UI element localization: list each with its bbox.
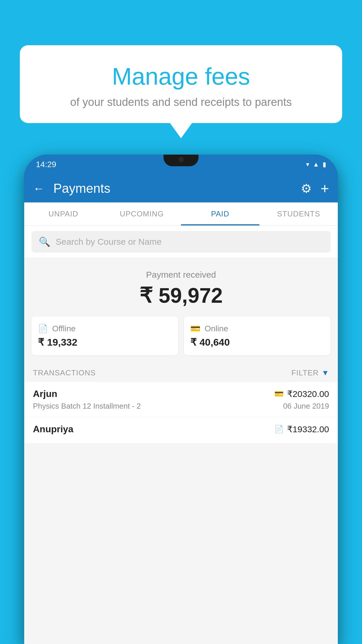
payment-type-icon: 💳 — [274, 389, 284, 398]
offline-label: Offline — [52, 324, 75, 333]
online-amount: ₹ 40,640 — [190, 336, 324, 348]
online-icon: 💳 — [190, 324, 201, 333]
payment-received-label: Payment received — [33, 270, 329, 280]
transaction-name: Arjun — [33, 388, 57, 399]
bubble-subtitle: of your students and send receipts to pa… — [34, 96, 328, 108]
app-header: ← Payments ⚙ + — [24, 174, 338, 202]
online-card: 💳 Online ₹ 40,640 — [184, 316, 331, 355]
phone-screen: UNPAID UPCOMING PAID STUDENTS 🔍 Search b… — [24, 202, 338, 644]
filter-label: FILTER — [291, 368, 319, 377]
tab-unpaid[interactable]: UNPAID — [24, 202, 103, 225]
transaction-date: 06 June 2019 — [283, 402, 329, 411]
phone-frame: 14:29 ▾ ▲ ▮ ← Payments ⚙ + UNPAID UPCOMI… — [24, 155, 338, 644]
transaction-row[interactable]: Anupriya 📄 ₹19332.00 — [24, 417, 338, 444]
filter-icon: ▼ — [321, 368, 329, 377]
tabs-bar: UNPAID UPCOMING PAID STUDENTS — [24, 202, 338, 226]
bubble-title: Manage fees — [34, 63, 328, 90]
settings-icon[interactable]: ⚙ — [301, 181, 312, 196]
payment-received-section: Payment received ₹ 59,972 — [24, 258, 338, 316]
filter-container[interactable]: FILTER ▼ — [291, 368, 329, 377]
search-bar[interactable]: 🔍 Search by Course or Name — [31, 231, 331, 253]
transaction-amount: ₹19332.00 — [287, 424, 329, 434]
camera — [178, 157, 184, 162]
wifi-icon: ▾ — [306, 161, 309, 168]
transactions-label: TRANSACTIONS — [33, 368, 96, 377]
transaction-name: Anupriya — [33, 424, 73, 435]
status-icons: ▾ ▲ ▮ — [306, 161, 326, 168]
tab-upcoming[interactable]: UPCOMING — [103, 202, 181, 225]
signal-icon: ▲ — [313, 161, 319, 168]
offline-icon: 📄 — [38, 324, 48, 333]
offline-card: 📄 Offline ₹ 19,332 — [31, 316, 178, 355]
transaction-list: Arjun 💳 ₹20320.00 Physics Batch 12 Insta… — [24, 382, 338, 444]
status-bar: 14:29 ▾ ▲ ▮ — [24, 155, 338, 174]
battery-icon: ▮ — [323, 161, 326, 168]
add-button[interactable]: + — [321, 180, 329, 197]
offline-amount: ₹ 19,332 — [38, 336, 172, 348]
page-title: Payments — [53, 181, 292, 196]
tab-students[interactable]: STUDENTS — [259, 202, 338, 225]
transaction-row[interactable]: Arjun 💳 ₹20320.00 Physics Batch 12 Insta… — [24, 382, 338, 417]
tab-paid[interactable]: PAID — [181, 202, 259, 225]
transactions-header: TRANSACTIONS FILTER ▼ — [24, 363, 338, 382]
search-input[interactable]: Search by Course or Name — [56, 237, 162, 247]
transaction-course: Physics Batch 12 Installment - 2 — [33, 402, 141, 411]
payment-received-amount: ₹ 59,972 — [33, 283, 329, 308]
status-time: 14:29 — [36, 160, 56, 169]
transaction-amount: ₹20320.00 — [287, 389, 329, 399]
search-icon: 🔍 — [39, 236, 50, 247]
speech-bubble: Manage fees of your students and send re… — [20, 45, 342, 123]
online-label: Online — [205, 324, 228, 333]
payment-type-icon: 📄 — [274, 425, 284, 434]
notch — [164, 155, 198, 166]
search-container: 🔍 Search by Course or Name — [24, 226, 338, 258]
back-button[interactable]: ← — [33, 182, 45, 195]
payment-cards: 📄 Offline ₹ 19,332 💳 Online ₹ 40,640 — [24, 316, 338, 363]
